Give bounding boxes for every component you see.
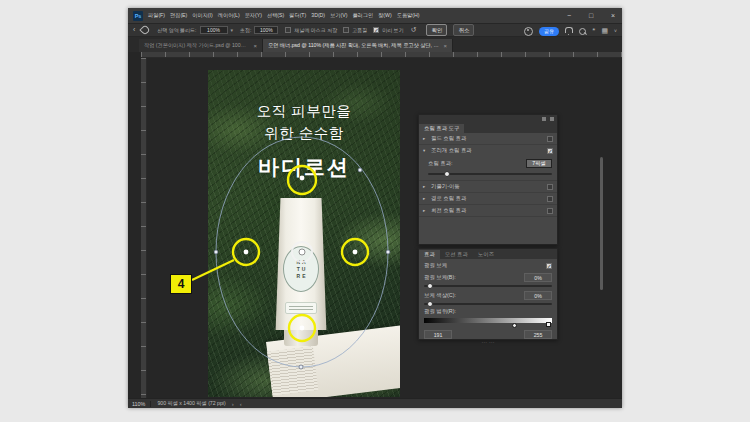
account-icon[interactable] xyxy=(524,27,533,36)
workspace-icon[interactable]: ▦ xyxy=(601,24,608,38)
annotation-step-badge: 4 xyxy=(170,274,192,294)
doc-tab-guide[interactable]: 작업 (견본이미지) 제작 가이드.psd @ 100% (모던 배너, RGB… xyxy=(139,39,263,52)
blur-amount-slider[interactable] xyxy=(428,173,552,175)
blur-amount-label: 흐림 효과: xyxy=(428,160,453,167)
status-next-icon[interactable]: › xyxy=(232,401,234,407)
status-bar: 110% 900 픽셀 x 1400 픽셀 (72 ppi) › ‹ xyxy=(128,398,622,408)
menu-bar: 파일(F) 편집(E) 이미지(I) 레이어(L) 문자(Y) 선택(S) 필터… xyxy=(148,12,419,19)
spin-blur-checkbox[interactable] xyxy=(547,208,553,214)
bokeh-label: 광원 보케 xyxy=(424,262,447,269)
preview-label: 미리 보기 xyxy=(382,27,403,33)
spin-blur-row[interactable]: ▸ 회전 흐림 효과 xyxy=(419,205,557,217)
tab-motion-effects[interactable]: 모션 효과 xyxy=(440,250,473,259)
status-prev-icon[interactable]: ‹ xyxy=(240,401,242,407)
field-blur-checkbox[interactable] xyxy=(547,136,553,142)
field-blur-row[interactable]: ▸ 필드 흐림 효과 xyxy=(419,133,557,145)
panel-tabstrip: 흐림 효과 도구 xyxy=(419,123,557,133)
path-blur-row[interactable]: ▸ 경로 흐림 효과 xyxy=(419,193,557,205)
cancel-button[interactable]: 취소 xyxy=(453,24,474,36)
slider-thumb[interactable] xyxy=(444,171,450,177)
expand-arrow-icon[interactable]: ▸ xyxy=(423,196,428,201)
gear-icon[interactable]: * xyxy=(592,24,595,38)
zoom-level-field[interactable]: 110% xyxy=(132,401,151,407)
vertical-scrollbar[interactable] xyxy=(600,157,603,290)
photoshop-logo-icon: Ps xyxy=(133,11,143,21)
tilt-shift-checkbox[interactable] xyxy=(547,184,553,190)
notifications-bell-icon[interactable] xyxy=(565,27,573,33)
menu-type[interactable]: 문자(Y) xyxy=(245,12,262,19)
menu-window[interactable]: 창(W) xyxy=(378,12,392,19)
slider-thumb[interactable] xyxy=(427,283,433,289)
minimize-button[interactable]: − xyxy=(564,8,574,23)
document-image[interactable]: NA TU RE 오직 피부만을 위한 순수함 바디로션 xyxy=(208,70,400,397)
maximize-button[interactable]: □ xyxy=(586,8,596,23)
blur-amount-value[interactable]: 7픽셀 xyxy=(526,159,552,168)
menu-plugins[interactable]: 플러그인 xyxy=(352,12,373,19)
caret-down-icon[interactable]: ▾ xyxy=(231,27,234,33)
save-mask-label: 채널에 마스크 저장 xyxy=(294,27,337,33)
menu-file[interactable]: 파일(F) xyxy=(148,12,165,19)
light-range-handle-low[interactable] xyxy=(512,323,517,328)
book-pages-edge xyxy=(267,346,318,395)
chevron-down-icon[interactable]: ˅ xyxy=(614,24,617,38)
remove-all-pins-icon[interactable]: ↺ xyxy=(411,23,417,37)
menu-filter[interactable]: 필터(T) xyxy=(289,12,306,19)
panel-header xyxy=(419,115,557,123)
small-sticker xyxy=(285,302,317,314)
expand-arrow-icon[interactable]: ▸ xyxy=(423,208,428,213)
slider-thumb[interactable] xyxy=(427,301,433,307)
blur-tools-panel: 흐림 효과 도구 ▸ 필드 흐림 효과 ▾ 조리개 흐림 효과 ✓ 흐림 효과:… xyxy=(418,114,558,245)
menu-select[interactable]: 선택(S) xyxy=(267,12,284,19)
search-icon[interactable] xyxy=(579,28,586,35)
iris-blur-checkbox[interactable]: ✓ xyxy=(547,148,553,154)
back-icon[interactable]: ‹ xyxy=(133,23,135,37)
preview-checkbox[interactable]: ✓ xyxy=(373,27,379,33)
menu-3d[interactable]: 3D(D) xyxy=(311,12,325,19)
close-button[interactable]: × xyxy=(608,8,618,23)
tilt-shift-label: 기울기-이동 xyxy=(431,183,544,190)
expand-arrow-icon[interactable]: ▸ xyxy=(423,184,428,189)
effects-tabstrip: 효과 모션 효과 노이즈 xyxy=(419,249,557,259)
light-range-gradient[interactable] xyxy=(424,318,552,323)
lotion-tube: NA TU RE xyxy=(274,198,328,348)
path-blur-checkbox[interactable] xyxy=(547,196,553,202)
light-range-max[interactable]: 255 xyxy=(524,330,552,339)
focus-value[interactable]: 100% xyxy=(254,26,278,34)
headline-text: 오직 피부만을 위한 순수함 바디로션 xyxy=(208,100,400,181)
tab-noise[interactable]: 노이즈 xyxy=(473,250,499,259)
tab-close-icon[interactable]: × xyxy=(253,43,257,49)
selection-bleed-value[interactable]: 100% xyxy=(200,26,228,34)
doc-tab-banner[interactable]: 모던 배너.psd @ 110% (제품 사진 확대, 오른쪽 배치, 제목 로… xyxy=(263,39,453,52)
light-range-handle-high[interactable] xyxy=(546,322,551,327)
blur-tools-tab[interactable]: 흐림 효과 도구 xyxy=(419,124,464,133)
tilt-shift-row[interactable]: ▸ 기울기-이동 xyxy=(419,181,557,193)
ok-button[interactable]: 확인 xyxy=(426,24,447,36)
iris-blur-row[interactable]: ▾ 조리개 흐림 효과 ✓ xyxy=(419,145,557,156)
selection-bleed-label: 선택 영역 블리드: xyxy=(157,27,196,33)
light-bokeh-value[interactable]: 0% xyxy=(524,273,552,282)
menu-image[interactable]: 이미지(I) xyxy=(192,12,212,19)
light-bokeh-slider[interactable] xyxy=(424,285,552,287)
panel-collapse-icon[interactable] xyxy=(542,117,546,121)
save-mask-checkbox[interactable] xyxy=(285,27,291,33)
iris-blur-label: 조리개 흐림 효과 xyxy=(431,147,544,154)
bokeh-color-slider[interactable] xyxy=(424,303,552,305)
bokeh-color-value[interactable]: 0% xyxy=(524,291,552,300)
label-line-1: NA xyxy=(294,259,307,265)
light-range-min[interactable]: 191 xyxy=(424,330,452,339)
path-blur-label: 경로 흐림 효과 xyxy=(431,195,544,202)
expand-arrow-icon[interactable]: ▸ xyxy=(423,136,428,141)
tube-cap xyxy=(284,330,318,346)
tab-close-icon[interactable]: × xyxy=(443,43,447,49)
high-quality-checkbox[interactable] xyxy=(343,27,349,33)
menu-view[interactable]: 보기(V) xyxy=(330,12,347,19)
panel-resize-grip[interactable]: … … xyxy=(419,339,557,343)
share-button[interactable]: 공유 xyxy=(539,27,559,36)
tab-effects[interactable]: 효과 xyxy=(419,250,440,259)
bokeh-checkbox[interactable]: ✓ xyxy=(546,263,552,269)
menu-layer[interactable]: 레이어(L) xyxy=(218,12,240,19)
collapse-arrow-icon[interactable]: ▾ xyxy=(423,148,428,153)
panel-menu-icon[interactable] xyxy=(550,117,554,121)
menu-help[interactable]: 도움말(H) xyxy=(397,12,420,19)
menu-edit[interactable]: 편집(E) xyxy=(170,12,187,19)
